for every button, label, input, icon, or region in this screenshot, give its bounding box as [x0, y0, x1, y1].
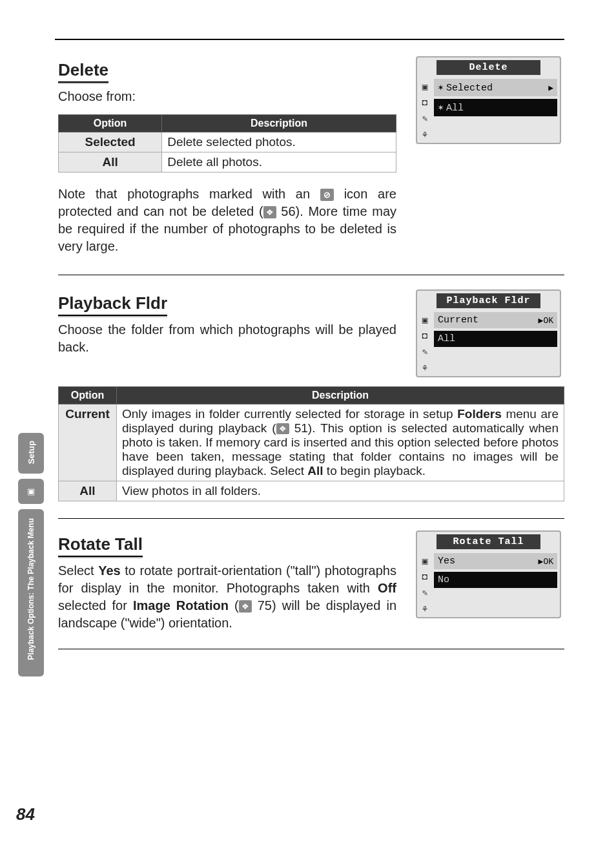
side-tab-breadcrumb: Playback Options: The Playback Menu — [18, 509, 44, 676]
side-tab-breadcrumb-label: Playback Options: The Playback Menu — [26, 518, 36, 660]
text: Select — [58, 563, 98, 578]
header-description: Description — [162, 115, 396, 132]
option-desc: Only images in folder currently selected… — [117, 404, 564, 481]
lcd-title: Delete — [436, 60, 540, 75]
delete-heading: Delete — [58, 60, 108, 83]
side-tab-playback-icon: ▣ — [18, 479, 44, 504]
delete-intro: Choose from: — [58, 88, 396, 105]
lcd-side-icon: ⚘ — [417, 601, 433, 617]
lcd-side-icon: ✎ — [417, 585, 433, 601]
playback-icon: ▣ — [27, 487, 35, 496]
lcd-item-pre-icon: ✶ — [438, 83, 444, 94]
header-description: Description — [117, 387, 564, 404]
rotate-tall-lcd-mockup: Rotate Tall ▣ ◘ ✎ ⚘ Yes ▶OK No — [416, 530, 561, 618]
lcd-list: ✶Selected ▶ ✶All — [434, 79, 560, 124]
lcd-side-icon: ✎ — [417, 110, 433, 127]
lcd-item[interactable]: ✶All — [434, 99, 557, 116]
lcd-item-label: Current — [438, 315, 478, 326]
header-option: Option — [59, 387, 117, 404]
option-name: Current — [59, 404, 117, 481]
text: selected for — [58, 598, 133, 613]
side-tab-setup-label: Setup — [26, 441, 36, 464]
lcd-side-icon: ◘ — [417, 569, 433, 585]
rotate-tall-intro: Select Yes to rotate portrait-orientatio… — [58, 562, 396, 632]
lcd-side-icon: ✎ — [417, 344, 433, 360]
section-divider — [58, 275, 564, 275]
lcd-item-label: No — [438, 574, 449, 585]
chevron-right-icon: ▶ — [548, 83, 553, 93]
table-row: Current Only images in folder currently … — [59, 404, 564, 481]
ok-arrow-icon: ▶OK — [539, 556, 553, 567]
text-bold: Folders — [457, 407, 502, 421]
table-header-row: Option Description — [59, 115, 396, 132]
option-desc: View photos in all folders. — [117, 481, 564, 501]
text: Only images in folder currently selected… — [122, 407, 457, 421]
option-desc: Delete selected photos. — [162, 132, 396, 152]
lcd-side-icon: ▣ — [417, 312, 433, 328]
table-header-row: Option Description — [59, 387, 564, 404]
lcd-item-label: All — [438, 333, 455, 344]
lcd-item-selected[interactable]: ✶Selected ▶ — [434, 79, 557, 96]
side-tab-container: Setup ▣ Playback Options: The Playback M… — [18, 433, 44, 682]
lcd-list: Current ▶OK All — [434, 312, 560, 355]
lcd-side-icon: ⚘ — [417, 360, 433, 376]
lcd-item-label: Yes — [438, 556, 455, 567]
lcd-side-icon: ▣ — [417, 79, 433, 95]
text-bold: All — [307, 464, 323, 477]
lcd-title: Rotate Tall — [436, 534, 540, 549]
lcd-item-selected[interactable]: Yes ▶OK — [434, 553, 557, 569]
option-name: All — [59, 481, 117, 501]
table-row: Selected Delete selected photos. — [59, 132, 396, 152]
option-desc: Delete all photos. — [162, 152, 396, 173]
delete-lcd-mockup: Delete ▣ ◘ ✎ ⚘ ✶Selected ▶ ✶All — [416, 56, 561, 144]
lcd-item-label: Selected — [446, 83, 493, 94]
lcd-list: Yes ▶OK No — [434, 553, 560, 596]
header-option: Option — [59, 115, 162, 132]
text-bold: Yes — [98, 563, 120, 578]
playback-fldr-lcd-mockup: Playback Fldr ▣ ◘ ✎ ⚘ Current ▶OK All — [416, 289, 561, 377]
lcd-side-icon: ◘ — [417, 328, 433, 344]
lcd-item[interactable]: No — [434, 572, 557, 588]
delete-note: Note that photographs marked with an ⊘ i… — [58, 185, 396, 255]
lcd-sidebar: ▣ ◘ ✎ ⚘ — [417, 553, 433, 617]
lcd-item-pre-icon: ✶ — [438, 103, 444, 114]
lcd-item[interactable]: All — [434, 331, 557, 347]
playback-fldr-options-table: Option Description Current Only images i… — [58, 386, 564, 501]
lcd-title: Playback Fldr — [436, 293, 540, 308]
lcd-side-icon: ⚘ — [417, 127, 433, 143]
page-number: 84 — [16, 804, 35, 824]
page-top-rule — [55, 39, 564, 40]
table-row: All View photos in all folders. — [59, 481, 564, 501]
protect-icon: ⊘ — [320, 189, 334, 202]
table-row: All Delete all photos. — [59, 152, 396, 173]
rotate-tall-heading: Rotate Tall — [58, 534, 143, 557]
section-divider — [58, 518, 564, 519]
lcd-item-label: All — [446, 103, 464, 114]
lcd-item-selected[interactable]: Current ▶OK — [434, 312, 557, 328]
playback-fldr-intro: Choose the folder from which photographs… — [58, 321, 396, 356]
playback-fldr-heading: Playback Fldr — [58, 293, 167, 316]
side-tab-setup: Setup — [18, 433, 44, 474]
text-bold: Off — [378, 581, 396, 595]
text: to begin playback. — [323, 464, 426, 477]
delete-options-table: Option Description Selected Delete selec… — [58, 114, 396, 173]
text: Note that photographs marked with an — [58, 187, 320, 201]
text: ( — [229, 598, 239, 613]
lcd-sidebar: ▣ ◘ ✎ ⚘ — [417, 312, 433, 376]
option-name: All — [59, 152, 162, 173]
text-bold: Image Rotation — [133, 598, 229, 613]
ok-arrow-icon: ▶OK — [539, 315, 553, 326]
section-divider — [58, 649, 564, 649]
page-ref-icon: ❖ — [276, 423, 289, 434]
page-ref-icon: ❖ — [263, 206, 276, 219]
lcd-side-icon: ▣ — [417, 553, 433, 569]
page-ref-icon: ❖ — [239, 600, 252, 613]
lcd-sidebar: ▣ ◘ ✎ ⚘ — [417, 79, 433, 143]
option-name: Selected — [59, 132, 162, 152]
lcd-side-icon: ◘ — [417, 95, 433, 110]
